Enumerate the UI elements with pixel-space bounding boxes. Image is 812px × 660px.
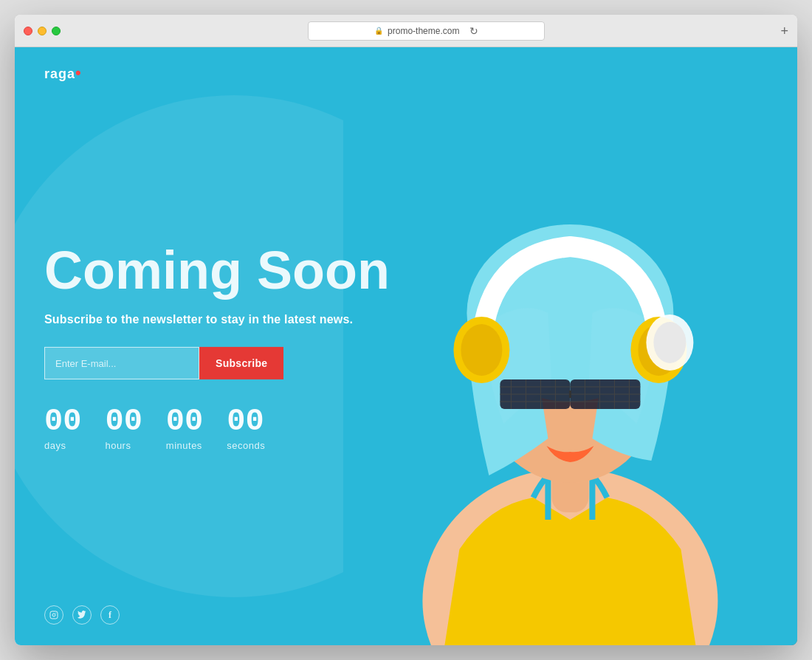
logo-dot: • xyxy=(75,63,82,82)
close-button[interactable] xyxy=(24,27,32,35)
countdown-timer: 00 days 00 hours 00 minutes 00 seconds xyxy=(44,406,390,451)
browser-content: raga• Coming Soon Subscribe to the newsl… xyxy=(15,47,797,645)
browser-window: 🔒 promo-theme.com ↻ + xyxy=(15,15,797,645)
days-number: 00 xyxy=(44,406,81,437)
minimize-button[interactable] xyxy=(38,27,47,35)
url-text: promo-theme.com xyxy=(388,26,459,36)
hours-label: hours xyxy=(105,440,131,451)
svg-rect-28 xyxy=(50,611,58,619)
reload-button[interactable]: ↻ xyxy=(469,25,478,37)
new-tab-button[interactable]: + xyxy=(780,24,788,38)
seconds-number: 00 xyxy=(227,406,264,437)
svg-point-29 xyxy=(52,613,55,616)
countdown-minutes: 00 minutes xyxy=(166,406,203,451)
svg-point-23 xyxy=(461,324,503,376)
instagram-icon[interactable] xyxy=(44,605,63,625)
countdown-seconds: 00 seconds xyxy=(227,406,265,451)
page: raga• Coming Soon Subscribe to the newsl… xyxy=(15,47,797,645)
maximize-button[interactable] xyxy=(52,27,61,35)
browser-chrome: 🔒 promo-theme.com ↻ + xyxy=(15,15,797,47)
subtitle-text: Subscribe to the newsletter to stay in t… xyxy=(44,313,390,326)
lock-icon: 🔒 xyxy=(374,27,383,35)
page-title: Coming Soon xyxy=(44,241,390,300)
email-form: Subscribe xyxy=(44,347,390,379)
countdown-days: 00 days xyxy=(44,406,81,451)
logo-text: raga xyxy=(44,66,75,81)
logo: raga• xyxy=(44,63,82,83)
twitter-icon[interactable] xyxy=(72,605,92,625)
social-icons: f xyxy=(44,605,120,625)
minutes-number: 00 xyxy=(166,406,203,437)
facebook-icon[interactable]: f xyxy=(100,605,120,625)
minutes-label: minutes xyxy=(166,440,202,451)
hours-number: 00 xyxy=(105,406,142,437)
svg-point-27 xyxy=(654,322,687,363)
email-input[interactable] xyxy=(44,347,199,379)
subscribe-button[interactable]: Subscribe xyxy=(199,347,283,379)
countdown-hours: 00 hours xyxy=(105,406,142,451)
person-image-area xyxy=(343,47,797,645)
traffic-lights xyxy=(24,27,61,35)
days-label: days xyxy=(44,440,66,451)
facebook-letter: f xyxy=(109,610,111,621)
seconds-label: seconds xyxy=(227,440,265,451)
header: raga• xyxy=(44,63,768,83)
main-content: Coming Soon Subscribe to the newsletter … xyxy=(44,241,390,451)
address-bar[interactable]: 🔒 promo-theme.com ↻ xyxy=(308,21,545,41)
svg-point-30 xyxy=(55,613,56,613)
